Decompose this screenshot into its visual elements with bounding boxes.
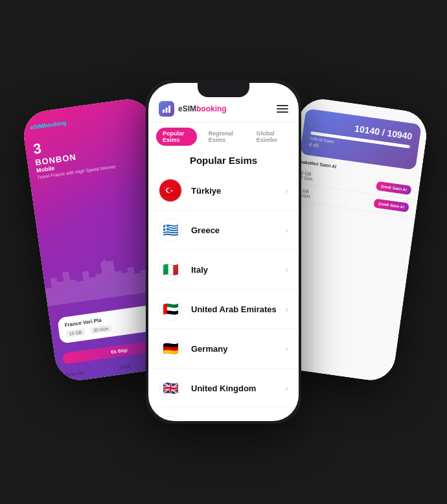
country-name-0: Türkiye [191, 186, 285, 196]
right-buy-btn-1[interactable]: Şimdi Satın Al [376, 181, 412, 195]
tab-popular[interactable]: Popular Esims [156, 128, 197, 146]
card-days: 30 Gün [89, 325, 111, 334]
svg-rect-1 [166, 108, 168, 113]
flag-3 [159, 297, 182, 321]
right-buy-btn-2[interactable]: Şimdi Satın Al [373, 198, 409, 212]
page-title: Popular Esims [148, 146, 299, 171]
flag-6 [159, 416, 182, 421]
svg-rect-2 [168, 106, 170, 113]
footer-gb: 10 GB [119, 364, 131, 369]
logo-text: eSIMbooking [178, 104, 227, 113]
tab-global[interactable]: Global Esimler [250, 128, 291, 146]
center-logo: eSIMbooking [159, 101, 227, 117]
flag-2 [159, 258, 182, 281]
arrow-5: › [285, 383, 288, 393]
country-item-6[interactable]: Northern Cyprus › [148, 408, 299, 421]
country-name-1: Greece [191, 225, 285, 235]
notch [198, 83, 249, 97]
country-name-5: United Kingdom [191, 384, 285, 393]
flag-5 [159, 376, 182, 400]
country-name-2: Italy [191, 265, 285, 275]
arrow-1: › [285, 225, 288, 235]
arrow-3: › [285, 304, 288, 314]
tab-regional[interactable]: Regional Esims [202, 128, 245, 146]
country-item-5[interactable]: United Kingdom › [148, 369, 299, 408]
country-item-3[interactable]: United Arab Emirates › [148, 290, 299, 329]
country-name-4: Germany [191, 344, 285, 354]
country-item-2[interactable]: Italy › [148, 250, 299, 290]
flag-1 [159, 218, 182, 242]
tabs-row: Popular Esims Regional Esims Global Esim… [148, 122, 299, 146]
footer-price: 25.00 USD [65, 371, 84, 377]
country-list: Türkiye › Greece › Italy › United Arab E… [148, 171, 299, 421]
flag-0 [159, 179, 182, 202]
card-gb: 10 GB [65, 328, 86, 338]
svg-rect-0 [163, 109, 165, 113]
arrow-0: › [285, 185, 288, 196]
flag-4 [159, 337, 182, 360]
arrow-4: › [285, 343, 288, 354]
left-logo: eSIMbooking [30, 119, 67, 131]
country-item-4[interactable]: Germany › [148, 329, 299, 369]
country-item-1[interactable]: Greece › [148, 211, 299, 250]
arrow-2: › [285, 264, 288, 275]
logo-icon [159, 101, 174, 117]
country-item-0[interactable]: Türkiye › [148, 171, 299, 211]
country-name-3: United Arab Emirates [191, 304, 285, 314]
center-phone: eSIMbooking Popular Esims Regional Esims… [146, 80, 301, 424]
hamburger-menu[interactable] [277, 105, 288, 113]
